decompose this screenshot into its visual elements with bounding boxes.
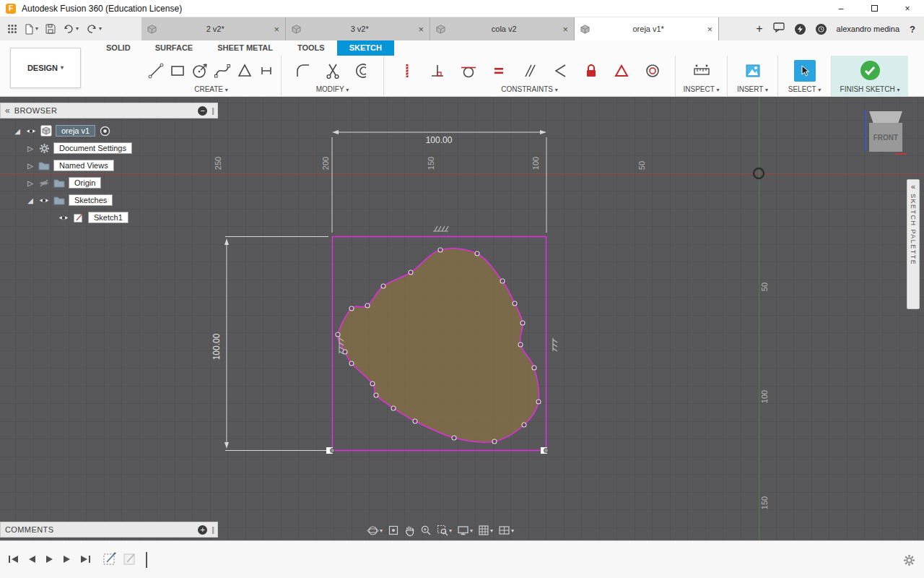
rectangle-tool-button[interactable] — [167, 60, 188, 82]
spline-control-point[interactable] — [492, 439, 497, 444]
midpoint-constraint-button[interactable] — [611, 60, 632, 82]
collapse-panel-icon[interactable]: « — [5, 105, 10, 116]
polygon-tool-button[interactable] — [234, 60, 256, 82]
timeline-settings-gear-icon[interactable] — [903, 554, 915, 569]
expand-open-icon[interactable]: ◢ — [13, 127, 22, 135]
viewport-canvas[interactable]: 250 200 150 100 50 50 100 150 — [0, 97, 924, 540]
slot-tool-button[interactable] — [256, 60, 277, 82]
spline-control-point[interactable] — [349, 361, 354, 366]
tab-close-icon[interactable]: × — [274, 24, 279, 35]
tab-sheet-metal[interactable]: SHEET METAL — [205, 40, 285, 56]
tree-row-origin[interactable]: ▷ Origin — [0, 174, 218, 191]
tree-row-document-settings[interactable]: ▷ Document Settings — [0, 139, 218, 157]
select-tool-button[interactable] — [794, 60, 816, 82]
redo-button[interactable]: ▾ — [86, 25, 102, 34]
spline-control-point[interactable] — [413, 419, 417, 423]
save-button[interactable] — [45, 24, 56, 34]
play-button[interactable] — [45, 554, 54, 567]
step-back-button[interactable] — [27, 554, 37, 567]
tab-surface[interactable]: SURFACE — [143, 40, 206, 56]
document-tab-active[interactable]: oreja v1* × — [575, 17, 719, 40]
expand-open-icon[interactable]: ◢ — [26, 197, 35, 204]
look-at-button[interactable] — [388, 525, 399, 536]
spline-control-point[interactable] — [452, 436, 456, 440]
create-dropdown[interactable]: CREATE ▾ — [141, 85, 281, 96]
spline-control-point[interactable] — [532, 366, 536, 370]
spline-tool-button[interactable] — [212, 60, 233, 82]
spline-control-point[interactable] — [381, 284, 385, 288]
spline-control-point[interactable] — [536, 400, 541, 404]
visibility-off-eye-icon[interactable] — [38, 177, 50, 189]
measure-tool-button[interactable] — [691, 60, 712, 82]
tree-item-label[interactable]: Named Views — [53, 160, 114, 171]
spline-control-point[interactable] — [438, 248, 443, 252]
grid-snap-button[interactable]: ▾ — [478, 525, 493, 536]
orbit-button[interactable]: ▾ — [367, 525, 383, 537]
inspect-dropdown[interactable]: INSPECT ▾ — [676, 85, 727, 96]
dimension-height-value[interactable]: 100.00 — [212, 333, 222, 360]
spline-control-point[interactable] — [349, 306, 354, 311]
workspace-selector[interactable]: DESIGN ▾ — [10, 48, 81, 88]
minimize-button[interactable]: – — [824, 0, 858, 17]
tab-close-icon[interactable]: × — [707, 24, 712, 35]
tab-close-icon[interactable]: × — [418, 24, 424, 35]
minimize-panel-icon[interactable]: − — [198, 106, 207, 116]
visibility-eye-icon[interactable] — [25, 125, 37, 137]
app-grid-icon[interactable] — [7, 24, 17, 34]
timeline-position-marker[interactable] — [146, 552, 147, 568]
fillet-tool-button[interactable] — [292, 60, 314, 82]
viewcube[interactable]: FRONT — [863, 110, 908, 158]
tab-tools[interactable]: TOOLS — [285, 40, 337, 56]
viewcube-top-face[interactable] — [869, 111, 902, 123]
zoom-window-button[interactable]: ▾ — [437, 525, 452, 536]
timeline-sketch-feature[interactable] — [103, 551, 117, 569]
select-dropdown[interactable]: SELECT ▾ — [778, 85, 831, 96]
insert-dropdown[interactable]: INSERT ▾ — [728, 85, 777, 96]
comments-header[interactable]: COMMENTS + || — [0, 522, 218, 538]
fix-lock-constraint-button[interactable] — [580, 60, 602, 82]
concentric-constraint-button[interactable] — [642, 60, 663, 82]
visibility-eye-icon[interactable] — [38, 194, 50, 206]
undo-button[interactable]: ▾ — [63, 25, 79, 34]
spline-control-point[interactable] — [522, 423, 526, 427]
sketch-palette-tab[interactable]: « SKETCH PALETTE — [907, 179, 920, 309]
root-component-label[interactable]: oreja v1 — [56, 125, 95, 137]
viewports-button[interactable]: ▾ — [498, 525, 514, 536]
spline-control-point[interactable] — [365, 303, 370, 308]
dimension-width-value[interactable]: 100.00 — [426, 135, 453, 145]
panel-grip-icon[interactable]: || — [212, 525, 213, 534]
parallel-constraint-button[interactable] — [519, 60, 541, 82]
help-button[interactable]: ? — [910, 24, 915, 35]
circle-tool-button[interactable] — [189, 60, 211, 82]
document-tab[interactable]: cola v2 × — [430, 17, 575, 40]
horizontal-vertical-constraint-button[interactable] — [396, 60, 418, 82]
job-status-icon[interactable] — [795, 24, 806, 35]
tree-item-label[interactable]: Sketch1 — [88, 212, 128, 223]
spline-control-point[interactable] — [513, 301, 517, 306]
file-menu-button[interactable]: ▾ — [25, 24, 38, 35]
tree-row-named-views[interactable]: ▷ Named Views — [0, 157, 218, 174]
new-tab-button[interactable]: + — [756, 22, 762, 35]
username[interactable]: alexandro medina — [837, 25, 899, 33]
viewcube-front-face[interactable]: FRONT — [869, 123, 902, 152]
spline-control-point[interactable] — [500, 279, 505, 283]
offset-tool-button[interactable] — [351, 60, 372, 82]
timeline-sketch-feature[interactable] — [123, 551, 137, 569]
line-tool-button[interactable] — [145, 60, 167, 82]
insert-image-button[interactable] — [742, 60, 764, 82]
restore-button[interactable] — [858, 0, 891, 17]
go-to-end-button[interactable] — [79, 554, 92, 567]
tab-close-icon[interactable]: × — [562, 24, 568, 35]
corner-point[interactable] — [331, 449, 335, 453]
go-to-start-button[interactable] — [7, 554, 19, 567]
expand-closed-icon[interactable]: ▷ — [26, 179, 35, 187]
tab-solid[interactable]: SOLID — [94, 40, 143, 56]
expand-comments-icon[interactable]: + — [198, 525, 207, 535]
spline-control-point[interactable] — [409, 270, 413, 275]
equal-constraint-button[interactable] — [488, 60, 510, 82]
spline-control-point[interactable] — [475, 251, 479, 256]
tree-row-sketches[interactable]: ◢ Sketches — [0, 191, 218, 209]
activate-radio-icon[interactable] — [99, 125, 110, 137]
modify-dropdown[interactable]: MODIFY ▾ — [282, 85, 383, 96]
spline-control-point[interactable] — [391, 406, 396, 410]
